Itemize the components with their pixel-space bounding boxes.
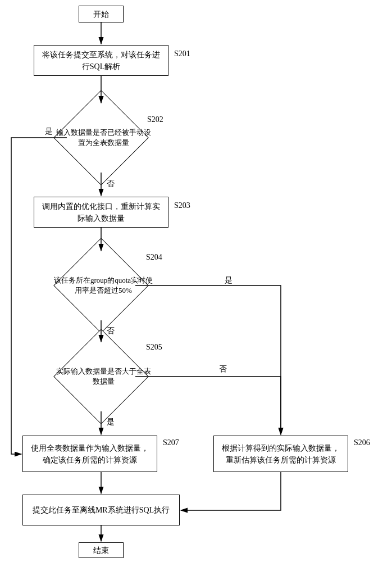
s206-step-label: S206 (354, 438, 370, 447)
s204-text: 该任务所在group的quota实时使用率是否超过50% (51, 261, 156, 310)
edge-s204-yes: 是 (225, 275, 233, 285)
edge-s204-no: 否 (107, 326, 115, 336)
edge-s205-yes: 是 (107, 417, 115, 427)
s207-step-label: S207 (163, 438, 179, 447)
s202-step-label: S202 (147, 115, 163, 124)
s206-text: 根据计算得到的实际输入数据量，重新估算该任务所需的计算资源 (220, 442, 342, 466)
process-s203: 调用内置的优化接口，重新计算实际输入数据量 (34, 197, 168, 228)
terminator-end: 结束 (79, 542, 124, 558)
edge-s202-no: 否 (107, 179, 115, 189)
s203-step-label: S203 (174, 201, 190, 210)
process-s206: 根据计算得到的实际输入数据量，重新估算该任务所需的计算资源 (213, 436, 348, 472)
process-s201: 将该任务提交至系统，对该任务进行SQL解析 (34, 45, 168, 76)
s201-step-label: S201 (174, 49, 190, 58)
end-label: 结束 (93, 545, 109, 556)
s205-text: 实际输入数据量是否大于全表数据量 (53, 353, 153, 400)
s205-step-label: S205 (146, 343, 162, 352)
s204-step-label: S204 (146, 253, 162, 262)
submit-text: 提交此任务至离线MR系统进行SQL执行 (33, 504, 170, 516)
s203-text: 调用内置的优化接口，重新计算实际输入数据量 (40, 201, 162, 224)
s207-text: 使用全表数据量作为输入数据量，确定该任务所需的计算资源 (29, 442, 151, 466)
start-label: 开始 (93, 8, 109, 20)
s202-text: 输入数据量是否已经被手动设置为全表数据量 (53, 112, 153, 163)
process-submit: 提交此任务至离线MR系统进行SQL执行 (22, 495, 180, 525)
process-s207: 使用全表数据量作为输入数据量，确定该任务所需的计算资源 (22, 436, 157, 472)
terminator-start: 开始 (79, 6, 124, 22)
s201-text: 将该任务提交至系统，对该任务进行SQL解析 (40, 49, 162, 72)
edge-s205-no: 否 (219, 364, 227, 374)
edge-s202-yes: 是 (45, 126, 53, 137)
